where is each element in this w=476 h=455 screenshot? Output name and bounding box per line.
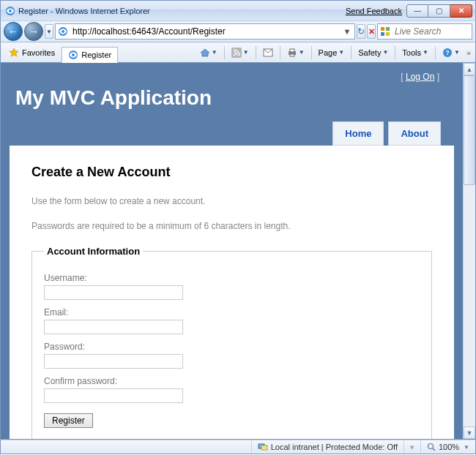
close-button[interactable]: ✕ [450,4,472,18]
forward-button[interactable]: → [24,22,43,41]
safety-menu[interactable]: Safety▼ [354,45,392,60]
viewport: [ Log On ] My MVC Application Home About… [0,63,476,440]
mail-icon-button[interactable] [259,45,277,60]
nav-tabs: Home About [10,121,454,146]
search-input[interactable] [393,26,476,37]
login-area: [ Log On ] [10,63,454,82]
username-label: Username: [44,273,420,283]
print-icon-button[interactable]: ▼ [283,45,308,60]
app-title: My MVC Application [15,86,448,110]
ie-page-icon [58,26,68,37]
command-bar: Favorites Register ▼ ▼ ▼ Page▼ Safety▼ T… [0,42,476,63]
svg-rect-19 [261,445,267,450]
maximize-button[interactable]: ▢ [428,4,450,18]
scroll-thumb[interactable] [464,75,475,185]
svg-point-9 [72,53,75,56]
zoom-control[interactable]: 100% ▼ [420,440,475,454]
vertical-scrollbar[interactable]: ▲ ▼ [463,63,475,439]
overflow-chevron-icon[interactable]: » [465,48,472,57]
svg-rect-7 [386,32,390,36]
svg-rect-14 [290,49,294,52]
favorites-label: Favorites [22,48,55,57]
scroll-up-button[interactable]: ▲ [464,63,475,75]
title-bar: Register - Windows Internet Explorer Sen… [0,0,476,20]
status-sep[interactable]: ▾ [404,440,420,454]
page-menu[interactable]: Page▼ [315,45,349,60]
fieldset-legend: Account Information [44,246,143,257]
svg-point-3 [62,30,64,33]
ie-tab-icon [68,50,78,60]
back-button[interactable]: ← [4,22,23,41]
window-buttons: — ▢ ✕ [406,4,472,18]
window-title: Register - Windows Internet Explorer [18,7,346,15]
browser-tab[interactable]: Register [62,47,118,63]
help-icon: ? [442,48,453,58]
password-input[interactable] [44,354,183,369]
tab-label: Register [81,50,111,59]
refresh-button[interactable]: ↻ [357,24,365,39]
svg-rect-5 [386,27,390,31]
svg-point-1 [9,10,12,12]
home-icon [200,48,210,58]
confirm-password-label: Confirm password: [44,376,420,386]
password-label: Password: [44,342,420,352]
email-input[interactable] [44,320,183,334]
tools-menu[interactable]: Tools▼ [398,45,432,60]
svg-point-11 [233,53,235,56]
status-zone: Local intranet | Protected Mode: Off [251,440,404,454]
print-icon [287,48,297,58]
svg-rect-4 [381,27,384,31]
minimize-button[interactable]: — [406,4,428,18]
star-icon [9,48,19,58]
help-icon-button[interactable]: ?▼ [439,45,464,60]
address-dropdown-icon[interactable]: ▼ [342,26,352,37]
zoom-icon [427,443,436,451]
rss-icon [231,48,242,58]
tab-home[interactable]: Home [332,121,384,146]
status-empty [1,440,251,454]
ie-favicon [5,6,15,16]
svg-rect-15 [290,54,294,56]
svg-point-20 [428,444,433,449]
mail-icon [263,48,273,57]
page-heading: Create a New Account [31,165,432,180]
favorites-button[interactable]: Favorites [4,45,60,60]
svg-rect-6 [381,32,384,36]
intro-text: Use the form below to create a new accou… [31,196,432,206]
password-hint: Passwords are required to be a minimum o… [31,221,432,231]
tab-about[interactable]: About [388,121,441,146]
home-icon-button[interactable]: ▼ [196,45,221,60]
confirm-password-input[interactable] [44,388,183,403]
intranet-icon [258,442,268,452]
nav-history-dropdown[interactable]: ▼ [45,24,53,39]
email-label: Email: [44,307,420,317]
live-search-icon [380,26,390,37]
status-bar: Local intranet | Protected Mode: Off ▾ 1… [0,440,476,454]
scroll-track[interactable] [464,185,475,426]
account-info-fieldset: Account Information Username: Email: Pas… [31,246,432,439]
username-input[interactable] [44,285,183,300]
url-input[interactable] [71,26,339,37]
feeds-icon-button[interactable]: ▼ [228,45,253,60]
log-on-link[interactable]: Log On [406,72,434,82]
address-bar[interactable]: ▼ [55,23,355,40]
main-panel: Create a New Account Use the form below … [10,146,454,439]
page-content: [ Log On ] My MVC Application Home About… [1,63,463,439]
scroll-down-button[interactable]: ▼ [464,426,475,439]
search-box[interactable] [377,23,472,40]
stop-button[interactable]: ✕ [367,24,376,39]
nav-toolbar: ← → ▼ ▼ ↻ ✕ [0,20,476,42]
send-feedback-link[interactable]: Send Feedback [346,7,402,15]
register-button[interactable]: Register [44,413,93,428]
svg-line-21 [433,448,435,451]
svg-text:?: ? [445,49,450,56]
